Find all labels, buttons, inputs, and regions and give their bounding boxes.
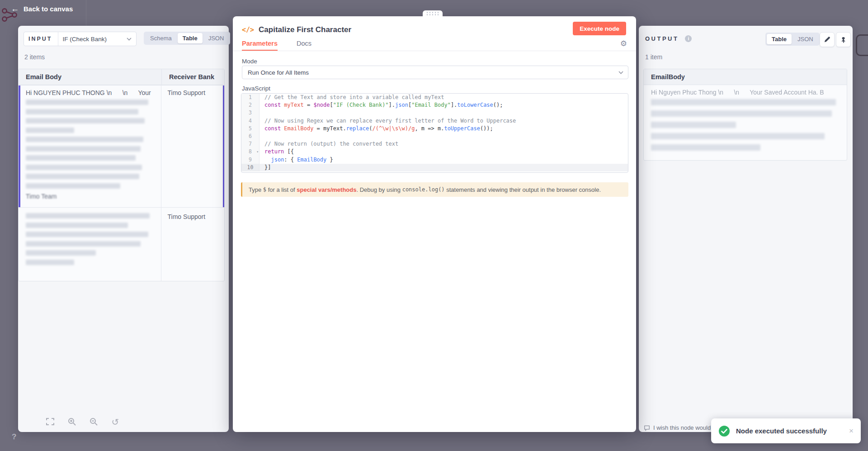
chevron-down-icon bbox=[618, 71, 623, 74]
line-number: 7 bbox=[241, 140, 259, 148]
receiver-bank-cell: Timo Support bbox=[161, 85, 224, 207]
pencil-icon bbox=[824, 36, 830, 43]
code-line-content: }] bbox=[259, 164, 628, 171]
redacted-text-line bbox=[26, 241, 141, 247]
input-view-switch: Schema Table JSON bbox=[144, 32, 230, 45]
hint-dollar: $ bbox=[263, 186, 266, 193]
zoom-to-fit-icon[interactable] bbox=[45, 417, 55, 427]
redacted-text-line bbox=[26, 165, 142, 170]
execute-node-button[interactable]: Execute node bbox=[573, 22, 626, 35]
input-items-count: 2 items bbox=[24, 53, 45, 61]
modal-tabs: Parameters Docs ⚙ bbox=[242, 40, 627, 51]
editor-hint-bar: Type $ for a list of special vars/method… bbox=[241, 182, 628, 197]
output-view-json[interactable]: JSON bbox=[793, 34, 818, 44]
toast-close-icon[interactable]: × bbox=[849, 427, 854, 435]
email-body-cell: Hi NGUYEN PHUC THONG \n \n Your Timo Tea… bbox=[19, 85, 161, 207]
redacted-text-line bbox=[651, 144, 760, 151]
code-line-content: return [{ bbox=[259, 148, 628, 156]
pin-data-button[interactable] bbox=[836, 32, 851, 47]
modal-drag-handle[interactable] bbox=[423, 10, 443, 16]
modal-header: </> Capitalize First Character Execute n… bbox=[242, 22, 627, 38]
code-line-4[interactable]: 4// Now using Regex we can replace every… bbox=[241, 117, 628, 125]
input-label: INPUT bbox=[24, 32, 58, 46]
redacted-text-line bbox=[651, 122, 736, 128]
code-line-content: // Get the Text and store into a variabl… bbox=[259, 94, 628, 101]
line-number: 5 bbox=[241, 125, 259, 133]
line-number: 3 bbox=[241, 109, 259, 117]
redacted-text-line bbox=[651, 110, 832, 117]
output-panel-header: OUTPUT i bbox=[645, 35, 692, 42]
info-icon[interactable]: i bbox=[685, 35, 692, 42]
special-vars-link[interactable]: special vars/methods bbox=[297, 186, 356, 193]
code-editor[interactable]: 1// Get the Text and store into a variab… bbox=[241, 93, 628, 173]
redacted-text-block bbox=[26, 213, 154, 265]
back-to-canvas-button[interactable]: ← Back to canvas bbox=[11, 5, 73, 13]
table-row[interactable]: Hi NGUYEN PHUC THONG \n \n Your Timo Tea… bbox=[19, 85, 224, 207]
output-row[interactable]: Hi Nguyen Phuc Thong \n \n Your Saved Ac… bbox=[644, 85, 847, 160]
edit-output-button[interactable] bbox=[820, 32, 835, 47]
output-items-count: 1 item bbox=[645, 53, 662, 61]
redacted-text-block bbox=[651, 99, 840, 151]
code-line-content: // Now using Regex we can replace every … bbox=[259, 117, 628, 125]
speech-bubble-icon bbox=[644, 425, 650, 431]
tab-docs[interactable]: Docs bbox=[297, 40, 311, 51]
canvas-grid-line bbox=[86, 0, 86, 26]
output-table-header: EmailBody bbox=[644, 69, 847, 85]
input-view-schema[interactable]: Schema bbox=[145, 33, 177, 43]
line-number: 10 bbox=[241, 164, 259, 171]
code-line-content bbox=[259, 109, 628, 117]
redacted-text-line bbox=[26, 146, 141, 152]
code-line-1[interactable]: 1// Get the Text and store into a variab… bbox=[241, 94, 628, 101]
redacted-text-block bbox=[26, 100, 154, 189]
redacted-text-line bbox=[26, 137, 143, 142]
input-source-select[interactable]: INPUT IF (Check Bank) bbox=[24, 32, 137, 46]
code-line-8[interactable]: 8▾return [{ bbox=[241, 148, 628, 156]
table-row[interactable]: Timo Support bbox=[19, 207, 224, 281]
hint-text: . Debug by using bbox=[356, 186, 402, 193]
input-data-table: Email Body Receiver Bank Hi NGUYEN PHUC … bbox=[18, 69, 225, 281]
output-text: Hi Nguyen Phuc Thong \n \n Your Saved Ac… bbox=[651, 89, 840, 96]
reset-zoom-icon[interactable]: ↺ bbox=[110, 417, 120, 427]
row-selection-bar bbox=[19, 85, 20, 207]
receiver-bank-cell: Timo Support bbox=[161, 208, 224, 281]
code-line-content: const EmailBody = myText.replace(/(^\w|\… bbox=[259, 125, 628, 133]
redacted-text-line bbox=[26, 183, 120, 189]
redacted-text-line bbox=[26, 128, 74, 133]
code-line-10[interactable]: 10}] bbox=[241, 164, 628, 171]
output-label: OUTPUT bbox=[645, 35, 679, 42]
zoom-out-icon[interactable] bbox=[89, 417, 99, 427]
mode-select[interactable]: Run Once for All Items bbox=[242, 66, 628, 79]
line-number: 9 bbox=[241, 156, 259, 164]
node-title: Capitalize First Character bbox=[259, 25, 351, 34]
redacted-text-line bbox=[651, 133, 825, 139]
col-emailbody: EmailBody bbox=[644, 69, 847, 85]
code-line-3[interactable]: 3 bbox=[241, 109, 628, 117]
output-view-table[interactable]: Table bbox=[767, 34, 792, 44]
mode-label: Mode bbox=[242, 58, 257, 65]
fold-arrow-icon[interactable]: ▾ bbox=[256, 148, 259, 156]
redacted-text-line bbox=[651, 99, 836, 105]
mode-select-value: Run Once for All Items bbox=[242, 69, 618, 76]
header-divider bbox=[233, 51, 636, 51]
code-line-9[interactable]: 9 json: { EmailBody } bbox=[241, 156, 628, 164]
code-line-7[interactable]: 7// Now return (output) the converted te… bbox=[241, 140, 628, 148]
code-line-content bbox=[259, 133, 628, 140]
node-settings-gear-icon[interactable]: ⚙ bbox=[620, 39, 627, 48]
tab-parameters[interactable]: Parameters bbox=[242, 40, 278, 51]
help-icon[interactable]: ? bbox=[12, 432, 16, 442]
hint-console-log: console.log() bbox=[402, 186, 445, 193]
zoom-in-icon[interactable] bbox=[67, 417, 77, 427]
code-node-icon: </> bbox=[242, 26, 254, 34]
input-view-json[interactable]: JSON bbox=[203, 33, 229, 43]
code-line-5[interactable]: 5const EmailBody = myText.replace(/(^\w|… bbox=[241, 125, 628, 133]
code-line-6[interactable]: 6 bbox=[241, 133, 628, 140]
input-view-table[interactable]: Table bbox=[178, 33, 203, 43]
node-feedback-prompt[interactable]: I wish this node would... bbox=[644, 424, 716, 431]
redacted-text-line bbox=[26, 223, 128, 228]
back-to-canvas-label: Back to canvas bbox=[24, 5, 73, 13]
code-line-2[interactable]: 2const myText = $node["IF (Check Bank)"]… bbox=[241, 101, 628, 109]
output-panel: OUTPUT i Table JSON 1 item EmailBody Hi … bbox=[639, 26, 853, 432]
redacted-text-line bbox=[26, 109, 138, 114]
input-table-header: Email Body Receiver Bank bbox=[19, 69, 224, 85]
redacted-text-line bbox=[26, 155, 136, 161]
